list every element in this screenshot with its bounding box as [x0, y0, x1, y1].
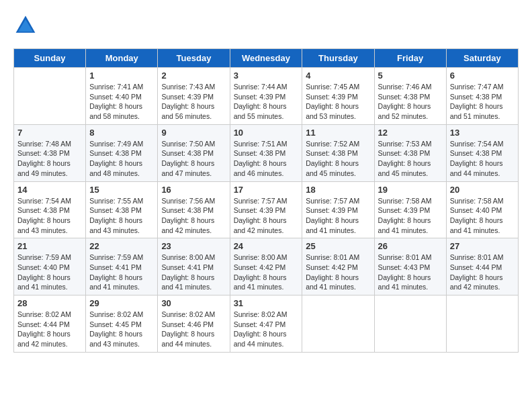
day-number: 23: [161, 241, 226, 251]
day-number: 14: [17, 185, 82, 195]
calendar-week-row: 21Sunrise: 7:59 AMSunset: 4:40 PMDayligh…: [14, 238, 519, 295]
day-info: Sunrise: 7:56 AMSunset: 4:38 PMDaylight:…: [161, 196, 226, 236]
calendar-cell: 20Sunrise: 7:58 AMSunset: 4:40 PMDayligh…: [446, 181, 518, 238]
calendar-cell: 14Sunrise: 7:54 AMSunset: 4:38 PMDayligh…: [14, 181, 86, 238]
day-info: Sunrise: 7:55 AMSunset: 4:38 PMDaylight:…: [89, 196, 154, 236]
day-number: 20: [450, 185, 515, 195]
day-info: Sunrise: 8:00 AMSunset: 4:42 PMDaylight:…: [234, 253, 299, 292]
day-number: 26: [378, 241, 443, 251]
day-number: 2: [161, 71, 226, 81]
day-info: Sunrise: 7:58 AMSunset: 4:40 PMDaylight:…: [450, 196, 515, 236]
day-number: 17: [234, 185, 299, 195]
weekday-header-friday: Friday: [374, 49, 446, 68]
calendar-cell: 31Sunrise: 8:02 AMSunset: 4:47 PMDayligh…: [230, 295, 302, 353]
day-number: 7: [17, 128, 82, 138]
day-number: 8: [89, 128, 154, 138]
weekday-header-saturday: Saturday: [446, 49, 518, 68]
calendar-cell: 17Sunrise: 7:57 AMSunset: 4:39 PMDayligh…: [230, 181, 302, 238]
day-info: Sunrise: 8:02 AMSunset: 4:44 PMDaylight:…: [17, 310, 82, 349]
day-number: 4: [306, 71, 370, 81]
day-number: 25: [306, 241, 370, 251]
day-number: 21: [17, 241, 82, 251]
calendar-cell: 29Sunrise: 8:02 AMSunset: 4:45 PMDayligh…: [86, 295, 158, 353]
calendar-cell: 19Sunrise: 7:58 AMSunset: 4:39 PMDayligh…: [374, 181, 446, 238]
calendar-cell: [14, 68, 86, 125]
calendar-cell: 2Sunrise: 7:43 AMSunset: 4:39 PMDaylight…: [158, 68, 230, 125]
day-number: 9: [161, 128, 226, 138]
day-info: Sunrise: 7:57 AMSunset: 4:39 PMDaylight:…: [234, 196, 299, 236]
day-info: Sunrise: 8:01 AMSunset: 4:44 PMDaylight:…: [450, 253, 515, 292]
weekday-header-thursday: Thursday: [302, 49, 374, 68]
day-number: 16: [161, 185, 226, 195]
calendar-cell: [446, 295, 518, 353]
day-info: Sunrise: 7:47 AMSunset: 4:38 PMDaylight:…: [450, 82, 515, 122]
calendar-table: SundayMondayTuesdayWednesdayThursdayFrid…: [13, 48, 519, 353]
day-number: 29: [89, 298, 154, 308]
calendar-cell: [374, 295, 446, 353]
day-info: Sunrise: 7:59 AMSunset: 4:41 PMDaylight:…: [89, 253, 154, 292]
calendar-cell: 8Sunrise: 7:49 AMSunset: 4:38 PMDaylight…: [86, 124, 158, 181]
calendar-cell: 11Sunrise: 7:52 AMSunset: 4:38 PMDayligh…: [302, 124, 374, 181]
calendar-cell: 13Sunrise: 7:54 AMSunset: 4:38 PMDayligh…: [446, 124, 518, 181]
calendar-cell: 7Sunrise: 7:48 AMSunset: 4:38 PMDaylight…: [14, 124, 86, 181]
day-info: Sunrise: 8:01 AMSunset: 4:42 PMDaylight:…: [306, 253, 370, 292]
calendar-cell: 9Sunrise: 7:50 AMSunset: 4:38 PMDaylight…: [158, 124, 230, 181]
day-info: Sunrise: 8:02 AMSunset: 4:46 PMDaylight:…: [161, 310, 226, 349]
day-number: 10: [234, 128, 299, 138]
day-number: 15: [89, 185, 154, 195]
day-number: 13: [450, 128, 515, 138]
day-number: 12: [378, 128, 443, 138]
calendar-cell: 21Sunrise: 7:59 AMSunset: 4:40 PMDayligh…: [14, 238, 86, 295]
day-number: 24: [234, 241, 299, 251]
calendar-cell: [302, 295, 374, 353]
day-number: 28: [17, 298, 82, 308]
day-info: Sunrise: 7:54 AMSunset: 4:38 PMDaylight:…: [450, 139, 515, 179]
calendar-cell: 12Sunrise: 7:53 AMSunset: 4:38 PMDayligh…: [374, 124, 446, 181]
day-info: Sunrise: 7:45 AMSunset: 4:39 PMDaylight:…: [306, 82, 370, 122]
day-info: Sunrise: 8:01 AMSunset: 4:43 PMDaylight:…: [378, 253, 443, 292]
day-number: 11: [306, 128, 370, 138]
calendar-cell: 6Sunrise: 7:47 AMSunset: 4:38 PMDaylight…: [446, 68, 518, 125]
calendar-cell: 1Sunrise: 7:41 AMSunset: 4:40 PMDaylight…: [86, 68, 158, 125]
day-info: Sunrise: 7:53 AMSunset: 4:38 PMDaylight:…: [378, 139, 443, 179]
day-number: 3: [234, 71, 299, 81]
day-info: Sunrise: 8:02 AMSunset: 4:47 PMDaylight:…: [234, 310, 299, 349]
calendar-week-row: 1Sunrise: 7:41 AMSunset: 4:40 PMDaylight…: [14, 68, 519, 125]
weekday-header-wednesday: Wednesday: [230, 49, 302, 68]
calendar-cell: 30Sunrise: 8:02 AMSunset: 4:46 PMDayligh…: [158, 295, 230, 353]
day-info: Sunrise: 7:49 AMSunset: 4:38 PMDaylight:…: [89, 139, 154, 179]
calendar-cell: 16Sunrise: 7:56 AMSunset: 4:38 PMDayligh…: [158, 181, 230, 238]
day-number: 27: [450, 241, 515, 251]
calendar-cell: 18Sunrise: 7:57 AMSunset: 4:39 PMDayligh…: [302, 181, 374, 238]
day-info: Sunrise: 7:58 AMSunset: 4:39 PMDaylight:…: [378, 196, 443, 236]
day-number: 22: [89, 241, 154, 251]
day-info: Sunrise: 7:48 AMSunset: 4:38 PMDaylight:…: [17, 139, 82, 179]
day-number: 1: [89, 71, 154, 81]
day-info: Sunrise: 7:50 AMSunset: 4:38 PMDaylight:…: [161, 139, 226, 179]
calendar-cell: 5Sunrise: 7:46 AMSunset: 4:38 PMDaylight…: [374, 68, 446, 125]
day-number: 6: [450, 71, 515, 81]
calendar-cell: 23Sunrise: 8:00 AMSunset: 4:41 PMDayligh…: [158, 238, 230, 295]
weekday-header-sunday: Sunday: [14, 49, 86, 68]
calendar-cell: 15Sunrise: 7:55 AMSunset: 4:38 PMDayligh…: [86, 181, 158, 238]
calendar-cell: 27Sunrise: 8:01 AMSunset: 4:44 PMDayligh…: [446, 238, 518, 295]
calendar-cell: 25Sunrise: 8:01 AMSunset: 4:42 PMDayligh…: [302, 238, 374, 295]
day-info: Sunrise: 7:59 AMSunset: 4:40 PMDaylight:…: [17, 253, 82, 292]
logo: [13, 13, 40, 38]
weekday-header-tuesday: Tuesday: [158, 49, 230, 68]
day-info: Sunrise: 8:02 AMSunset: 4:45 PMDaylight:…: [89, 310, 154, 349]
calendar-cell: 22Sunrise: 7:59 AMSunset: 4:41 PMDayligh…: [86, 238, 158, 295]
day-info: Sunrise: 7:57 AMSunset: 4:39 PMDaylight:…: [306, 196, 370, 236]
day-info: Sunrise: 7:43 AMSunset: 4:39 PMDaylight:…: [161, 82, 226, 122]
day-info: Sunrise: 7:52 AMSunset: 4:38 PMDaylight:…: [306, 139, 370, 179]
day-info: Sunrise: 7:41 AMSunset: 4:40 PMDaylight:…: [89, 82, 154, 122]
logo-icon: [13, 13, 38, 38]
page-header: [13, 13, 519, 38]
calendar-week-row: 28Sunrise: 8:02 AMSunset: 4:44 PMDayligh…: [14, 295, 519, 353]
day-info: Sunrise: 7:44 AMSunset: 4:39 PMDaylight:…: [234, 82, 299, 122]
day-number: 5: [378, 71, 443, 81]
weekday-header-monday: Monday: [86, 49, 158, 68]
day-number: 18: [306, 185, 370, 195]
calendar-cell: 3Sunrise: 7:44 AMSunset: 4:39 PMDaylight…: [230, 68, 302, 125]
calendar-week-row: 14Sunrise: 7:54 AMSunset: 4:38 PMDayligh…: [14, 181, 519, 238]
